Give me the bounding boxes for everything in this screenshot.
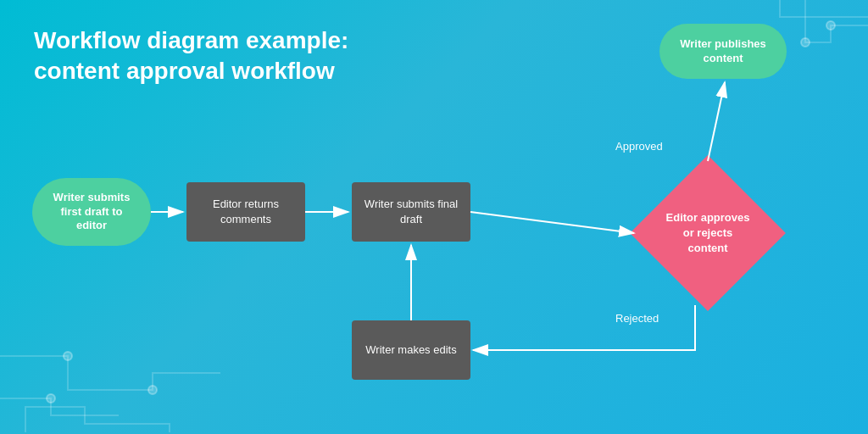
node-rect3: Writer makes edits xyxy=(352,320,470,380)
node-rect1: Editor returns comments xyxy=(186,182,305,242)
approved-label: Approved xyxy=(615,140,663,153)
arrow-diamond-to-end xyxy=(708,82,725,161)
node-diamond: Editor approves or rejects content xyxy=(636,161,780,305)
node-end: Writer publishes content xyxy=(659,24,787,79)
rejected-label: Rejected xyxy=(615,312,659,325)
node-rect2: Writer submits final draft xyxy=(352,182,470,242)
arrow-rect2-to-diamond xyxy=(470,212,634,233)
diamond-label: Editor approves or rejects content xyxy=(665,210,750,257)
node-start: Writer submits first draft to editor xyxy=(32,178,151,246)
workflow-diagram: Writer submits first draft to editor Edi… xyxy=(0,0,868,434)
arrow-diamond-to-rect3 xyxy=(473,305,695,350)
